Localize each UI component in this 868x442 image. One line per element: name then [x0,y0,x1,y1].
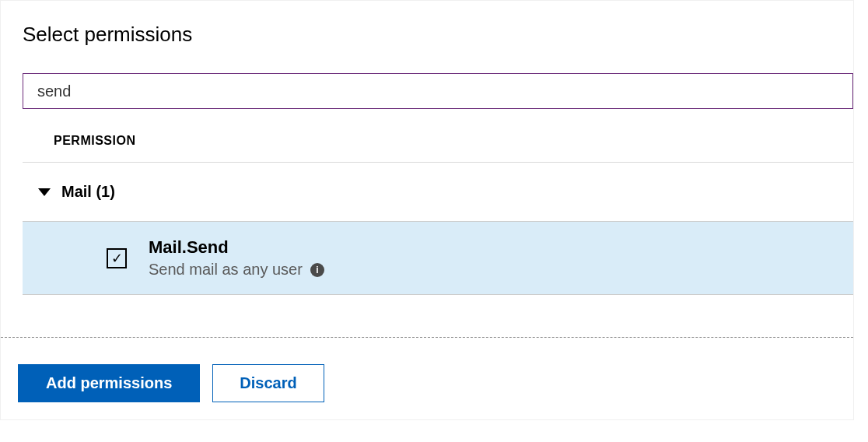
checkbox-mail-send[interactable]: ✓ [107,248,127,268]
permission-description-text: Send mail as any user [149,261,303,279]
spacer [1,295,853,331]
permissions-panel: Select permissions PERMISSION Mail (1) ✓… [0,0,854,420]
add-permissions-button[interactable]: Add permissions [18,364,200,402]
panel-title: Select permissions [1,23,853,47]
group-label: Mail (1) [61,183,115,201]
column-header-permission: PERMISSION [23,109,853,163]
permission-name: Mail.Send [149,237,324,258]
permission-text: Mail.Send Send mail as any user i [149,237,324,279]
permission-description: Send mail as any user i [149,261,324,279]
caret-down-icon [38,188,51,196]
footer-actions: Add permissions Discard [1,337,853,419]
group-header-mail[interactable]: Mail (1) [1,163,853,221]
search-input[interactable] [23,73,853,109]
permission-row-mail-send[interactable]: ✓ Mail.Send Send mail as any user i [23,221,853,295]
discard-button[interactable]: Discard [212,364,324,402]
info-icon[interactable]: i [310,263,324,277]
